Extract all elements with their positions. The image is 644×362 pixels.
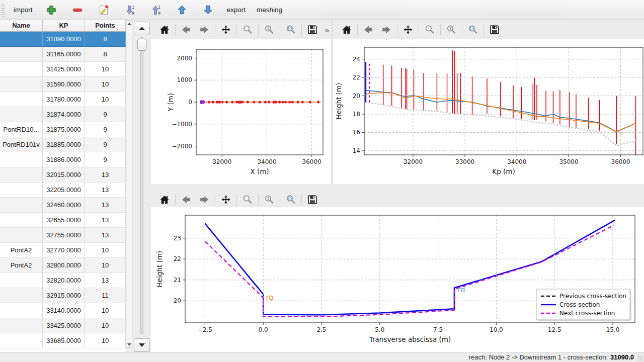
zoom-region-button[interactable]: 1	[262, 23, 277, 37]
plus-icon	[46, 5, 57, 16]
zoom-button[interactable]	[422, 23, 437, 37]
save-button[interactable]	[305, 23, 320, 37]
move-up-button[interactable]	[170, 2, 194, 18]
svg-text:7.5: 7.5	[433, 326, 443, 333]
table-row[interactable]: 33685.000010	[0, 333, 126, 348]
table-row[interactable]: PontA232770.000010	[0, 243, 126, 258]
table-cell: 32460.0000	[43, 198, 85, 213]
table-row[interactable]: 31874.00009	[0, 107, 126, 122]
table-row[interactable]: 32460.000013	[0, 198, 126, 213]
edit-cross-section-button[interactable]	[92, 2, 116, 18]
table-cell: 31885.0000	[43, 137, 85, 152]
svg-text:Transverse abscissa (m): Transverse abscissa (m)	[369, 335, 451, 343]
next-cross-section-button[interactable]	[134, 338, 150, 352]
zoom-region-button[interactable]: 1	[262, 193, 277, 207]
add-cross-section-button[interactable]	[39, 2, 63, 18]
table-row[interactable]: 31780.000010	[0, 92, 126, 107]
home-button[interactable]	[157, 193, 172, 207]
table-row[interactable]: 31425.000010	[0, 62, 126, 77]
scroll-down-icon[interactable]	[126, 341, 132, 347]
slider-handle[interactable]	[137, 39, 146, 51]
table-row[interactable]: 32655.000013	[0, 213, 126, 228]
column-header-kp[interactable]: KP	[43, 20, 85, 31]
table-cell	[0, 107, 43, 122]
svg-text:33000: 33000	[455, 158, 474, 165]
save-button[interactable]	[305, 193, 320, 207]
table-row[interactable]: 31090.00008	[0, 32, 126, 47]
table-row[interactable]: 32205.000013	[0, 183, 126, 198]
table-row[interactable]: 32820.000013	[0, 273, 126, 288]
svg-text:32000: 32000	[404, 158, 423, 165]
sort-ascending-button[interactable]: 19	[144, 2, 168, 18]
table-row[interactable]: PontRD101v31885.00009	[0, 137, 126, 152]
table-scrollbar[interactable]	[126, 20, 132, 348]
back-button[interactable]	[361, 23, 376, 37]
svg-text:0: 0	[188, 99, 192, 106]
move-down-button[interactable]	[196, 2, 220, 18]
table-row[interactable]: 31590.000010	[0, 77, 126, 92]
toolbar-drag-handle[interactable]	[1, 4, 5, 17]
table-cell	[0, 198, 43, 213]
pan-button[interactable]	[218, 23, 233, 37]
back-button[interactable]	[179, 193, 194, 207]
table-cell: 32800.0000	[43, 258, 85, 273]
table-cell	[0, 152, 43, 167]
table-cell: 31875.0000	[43, 122, 85, 137]
zoom-sync-button[interactable]	[283, 23, 298, 37]
forward-button[interactable]	[197, 193, 212, 207]
resize-grip[interactable]	[638, 356, 643, 361]
table-row[interactable]: 31886.00009	[0, 152, 126, 167]
meshing-button[interactable]: meshing	[252, 2, 287, 18]
arrow-up-icon	[177, 5, 187, 15]
zoom-button[interactable]	[240, 23, 255, 37]
cross-section-editor-window: import1919exportmeshing NameKPPoints3109…	[0, 0, 644, 362]
zoom-sync-button[interactable]	[465, 23, 480, 37]
back-button[interactable]	[179, 23, 194, 37]
column-header-name[interactable]: Name	[0, 20, 43, 31]
zoom-region-icon: 1	[264, 24, 275, 35]
home-button[interactable]	[339, 23, 354, 37]
sort-descending-button[interactable]: 19	[118, 2, 142, 18]
pan-button[interactable]	[218, 193, 233, 207]
column-header-points[interactable]: Points	[85, 20, 126, 31]
table-row[interactable]: 33140.000010	[0, 303, 126, 318]
remove-cross-section-button[interactable]	[65, 2, 90, 18]
pan-button[interactable]	[400, 23, 416, 37]
table-row[interactable]: 32915.000011	[0, 288, 126, 303]
toolbar-overflow-button[interactable]: »	[323, 26, 329, 34]
forward-button[interactable]	[379, 23, 394, 37]
table-cell: 31886.0000	[43, 152, 85, 167]
longitudinal-profile-figure[interactable]: 3200033000340003500036000141618202224Kp …	[333, 39, 644, 184]
zoom-button[interactable]	[240, 193, 255, 207]
cross-section-figure[interactable]: rgrd−2.50.02.55.07.510.012.515.020212223…	[151, 207, 644, 352]
svg-text:20: 20	[353, 93, 360, 100]
table-cell: 9	[85, 152, 126, 167]
scroll-up-icon[interactable]	[126, 21, 132, 27]
table-row[interactable]: 33425.000010	[0, 318, 126, 333]
forward-icon	[381, 24, 392, 35]
zoom-region-button[interactable]: 1	[444, 23, 459, 37]
table-row[interactable]: 31165.00008	[0, 47, 126, 62]
save-button[interactable]	[487, 23, 502, 37]
table-row[interactable]: 32755.000013	[0, 228, 126, 243]
table-cell: 31874.0000	[43, 107, 85, 122]
table-cell: 8	[85, 47, 126, 62]
table-row[interactable]: 32015.000013	[0, 167, 126, 183]
import-button[interactable]: import	[9, 2, 37, 18]
sort-descending-icon: 19	[124, 5, 135, 16]
forward-button[interactable]	[197, 23, 212, 37]
home-button[interactable]	[157, 23, 172, 37]
svg-text:15.0: 15.0	[606, 326, 620, 333]
export-button[interactable]: export	[222, 2, 251, 18]
zoom-sync-icon	[285, 24, 296, 35]
table-row[interactable]: PontA232800.000010	[0, 258, 126, 273]
svg-text:0.0: 0.0	[259, 326, 268, 333]
svg-text:−2000: −2000	[172, 143, 192, 150]
svg-text:Height (m): Height (m)	[335, 83, 343, 120]
cross-section-slider[interactable]	[140, 37, 143, 334]
zoom-sync-button[interactable]	[283, 193, 298, 207]
previous-cross-section-button[interactable]	[134, 22, 150, 35]
plan-view-figure[interactable]: 320003400036000−2000−1000010002000X (m)Y…	[151, 39, 331, 184]
table-row[interactable]: PontRD10...31875.00009	[0, 122, 126, 137]
table-cell: 10	[85, 303, 126, 318]
